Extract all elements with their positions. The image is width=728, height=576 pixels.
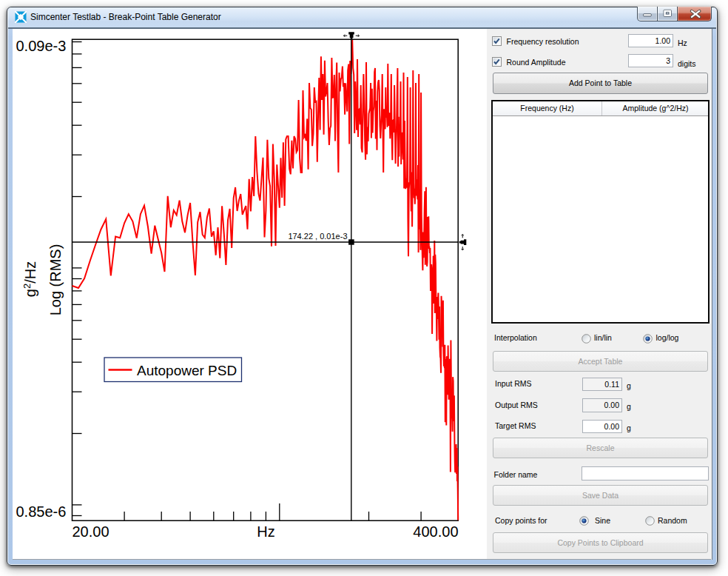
svg-text:0.85e-6: 0.85e-6 (16, 503, 67, 520)
svg-text:20.00: 20.00 (73, 523, 109, 539)
svg-text:0.09e-3: 0.09e-3 (16, 38, 67, 54)
svg-text:Autopower PSD: Autopower PSD (137, 363, 237, 378)
svg-text:Hz: Hz (257, 523, 274, 539)
svg-text:Log (RMS): Log (RMS) (47, 244, 64, 315)
svg-text:174.22 , 0.01e-3: 174.22 , 0.01e-3 (288, 231, 347, 240)
svg-text:400.00: 400.00 (413, 523, 458, 539)
svg-text:g2/Hz: g2/Hz (21, 261, 38, 296)
